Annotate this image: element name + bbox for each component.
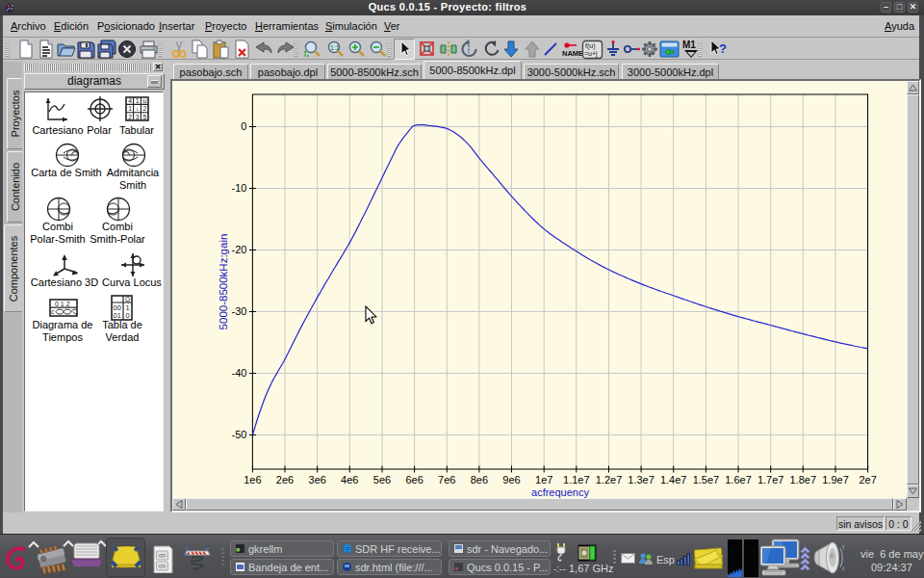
svg-text:4e6: 4e6 (341, 474, 358, 486)
svg-text:1.4e7: 1.4e7 (660, 474, 687, 486)
svg-text:NAME: NAME (562, 49, 583, 58)
svg-text:5: 5 (142, 114, 146, 120)
svg-text:0: 0 (241, 120, 246, 132)
svg-text:0: 0 (126, 311, 130, 320)
svg-text:-20: -20 (231, 244, 246, 255)
svg-text:1:1: 1:1 (330, 44, 340, 51)
svg-text:1.1e7: 1.1e7 (563, 474, 590, 486)
svg-text:5000-8500kHz:gain: 5000-8500kHz:gain (218, 234, 229, 330)
svg-text:2: 2 (128, 114, 132, 120)
svg-text:acfrequency: acfrequency (531, 486, 589, 498)
svg-text:0 1 2: 0 1 2 (55, 301, 70, 307)
svg-text:1.6e7: 1.6e7 (725, 474, 752, 486)
svg-text:8e6: 8e6 (471, 474, 488, 486)
svg-text:4: 4 (128, 97, 132, 104)
svg-text:M1: M1 (682, 39, 696, 50)
svg-text:1e6: 1e6 (244, 474, 261, 486)
svg-text:1.8e7: 1.8e7 (790, 474, 817, 486)
svg-text:-40: -40 (231, 367, 246, 379)
svg-text:1.2e7: 1.2e7 (596, 474, 623, 486)
svg-text:2e7: 2e7 (859, 474, 876, 486)
svg-text:-30: -30 (231, 305, 246, 317)
svg-text:u: u (142, 97, 146, 104)
svg-text:1: 1 (128, 105, 132, 112)
svg-text:1: 1 (136, 97, 140, 104)
svg-text:1e7: 1e7 (535, 474, 552, 486)
svg-text:5e6: 5e6 (373, 474, 391, 486)
svg-text:7e6: 7e6 (438, 474, 455, 486)
svg-text:3: 3 (136, 114, 140, 120)
svg-text:2e6: 2e6 (276, 474, 294, 486)
svg-text:1.3e7: 1.3e7 (628, 474, 654, 486)
svg-text:9e6: 9e6 (502, 474, 520, 486)
svg-text:2: 2 (142, 105, 146, 112)
svg-text:↓: ↓ (136, 105, 139, 112)
svg-text:1.7e7: 1.7e7 (757, 474, 784, 486)
svg-text:-10: -10 (231, 182, 246, 194)
svg-text:01: 01 (114, 311, 121, 320)
svg-text:=u+j: =u+j (584, 50, 598, 58)
svg-text:1.9e7: 1.9e7 (822, 474, 849, 486)
svg-text:c: c (51, 308, 55, 315)
svg-text:?: ? (719, 41, 727, 56)
svg-text:-50: -50 (231, 429, 246, 440)
svg-text:3e6: 3e6 (309, 474, 326, 486)
svg-text:1.5e7: 1.5e7 (693, 474, 720, 486)
svg-text:f(u): f(u) (585, 42, 596, 50)
svg-text:6e6: 6e6 (405, 474, 423, 486)
